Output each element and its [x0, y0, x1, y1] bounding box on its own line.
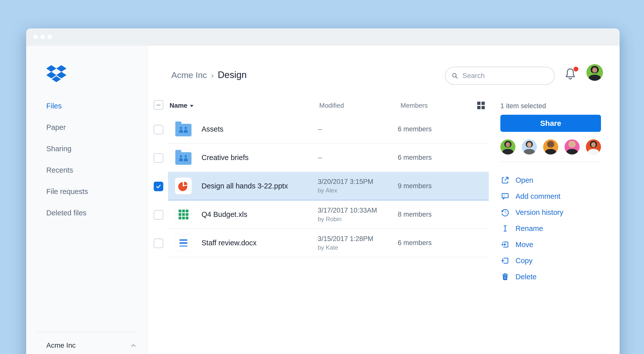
ibeam-icon	[500, 224, 510, 233]
table-row: Staff review.docx 3/15/2017 1:28PMby Kat…	[154, 229, 489, 257]
panel-divider	[500, 162, 601, 162]
search-icon	[452, 72, 458, 79]
member-avatar[interactable]	[500, 139, 515, 154]
team-name: Acme Inc	[46, 341, 76, 349]
open-external-icon	[500, 175, 510, 185]
breadcrumb-separator: ›	[211, 71, 214, 80]
team-selector[interactable]: Acme Inc	[46, 341, 136, 349]
file-name: Creative briefs	[202, 153, 318, 162]
presentation-pie-icon	[175, 178, 192, 194]
move-icon	[500, 240, 510, 249]
caret-down-icon	[190, 105, 193, 107]
file-members: 6 members	[398, 239, 489, 247]
selection-status: 1 item selected	[500, 102, 601, 110]
window-titlebar	[26, 28, 620, 46]
document-lines-icon	[175, 235, 192, 251]
column-header-members[interactable]: Members	[400, 102, 428, 109]
shared-folder-icon	[175, 149, 192, 166]
breadcrumb-parent[interactable]: Acme Inc	[171, 70, 207, 80]
action-add-comment[interactable]: Add comment	[500, 188, 601, 204]
file-name: Design all hands 3-22.pptx	[202, 182, 318, 190]
file-modified-by: by Kate	[318, 244, 398, 251]
selection-panel: 1 item selected Share	[500, 102, 601, 285]
file-modified-by: by Robin	[318, 216, 398, 223]
column-header-name[interactable]: Name	[170, 102, 193, 109]
sidebar: Files Paper Sharing Recents File request…	[26, 46, 148, 354]
app-window: Files Paper Sharing Recents File request…	[26, 28, 620, 354]
sidebar-item-file-requests[interactable]: File requests	[26, 181, 148, 202]
page-title: Design	[218, 70, 247, 80]
file-members: 6 members	[398, 154, 489, 162]
action-open[interactable]: Open	[500, 172, 601, 188]
member-avatar[interactable]	[586, 139, 601, 154]
file-name: Assets	[202, 125, 318, 133]
avatar-torso	[589, 75, 601, 81]
sidebar-item-paper[interactable]: Paper	[26, 117, 148, 138]
main-content: Acme Inc › Design	[148, 46, 620, 354]
window-control-dot[interactable]	[41, 35, 45, 39]
file-members: 6 members	[398, 125, 489, 133]
window-control-dot[interactable]	[33, 35, 38, 39]
sidebar-nav: Files Paper Sharing Recents File request…	[26, 95, 148, 224]
sidebar-item-deleted-files[interactable]: Deleted files	[26, 202, 148, 224]
file-name: Staff review.docx	[202, 239, 318, 247]
notifications-button[interactable]	[564, 67, 579, 82]
file-name: Q4 Budget.xls	[202, 210, 318, 219]
desktop-background: Files Paper Sharing Recents File request…	[0, 0, 644, 354]
file-modified: --	[318, 125, 398, 133]
action-rename[interactable]: Rename	[500, 220, 601, 237]
file-table: Name Modified Members	[154, 100, 489, 257]
file-modified-by: by Alex	[318, 187, 398, 194]
member-avatar[interactable]	[543, 139, 558, 154]
trash-icon	[500, 272, 510, 282]
member-avatar[interactable]	[565, 139, 580, 154]
file-members: 8 members	[398, 211, 489, 218]
file-modified: 3/17/2017 10:33AM	[318, 207, 398, 214]
row-checkbox[interactable]	[154, 125, 163, 134]
copy-icon	[500, 256, 510, 265]
file-modified: 3/15/2017 1:28PM	[318, 235, 398, 243]
breadcrumb: Acme Inc › Design	[171, 70, 247, 80]
table-header: Name Modified Members	[154, 100, 489, 115]
share-button[interactable]: Share	[500, 115, 601, 132]
file-modified: --	[318, 154, 398, 162]
action-version-history[interactable]: Version history	[500, 204, 601, 220]
row-checkbox[interactable]	[154, 210, 163, 220]
history-icon	[500, 208, 510, 217]
sidebar-item-files[interactable]: Files	[26, 95, 148, 117]
avatar-face	[592, 67, 597, 73]
dropbox-logo-icon[interactable]	[46, 65, 66, 83]
column-header-modified[interactable]: Modified	[319, 102, 344, 109]
file-actions: Open Add comment	[500, 172, 601, 285]
sidebar-item-sharing[interactable]: Sharing	[26, 138, 148, 160]
table-row-selected: Design all hands 3-22.pptx 3/20/2017 3:1…	[154, 172, 489, 201]
sidebar-item-recents[interactable]: Recents	[26, 160, 148, 181]
member-avatars	[500, 139, 601, 154]
window-control-dot[interactable]	[48, 35, 52, 39]
action-move[interactable]: Move	[500, 237, 601, 253]
row-checkbox[interactable]	[154, 153, 163, 163]
spreadsheet-grid-icon	[175, 206, 192, 223]
table-row: Assets -- 6 members	[154, 115, 489, 144]
user-avatar[interactable]	[586, 64, 603, 81]
search-box[interactable]	[445, 67, 555, 85]
sidebar-divider	[38, 332, 136, 332]
shared-folder-icon	[175, 121, 192, 138]
action-copy[interactable]: Copy	[500, 253, 601, 269]
row-checkbox-checked[interactable]	[154, 182, 163, 191]
file-members: 9 members	[398, 182, 489, 190]
row-checkbox[interactable]	[154, 239, 163, 248]
comment-icon	[500, 191, 510, 201]
grid-view-icon[interactable]	[477, 102, 485, 109]
search-input[interactable]	[462, 71, 538, 80]
table-row: Creative briefs -- 6 members	[154, 144, 489, 172]
table-row: Q4 Budget.xls 3/17/2017 10:33AMby Robin …	[154, 201, 489, 229]
chevron-up-icon	[131, 344, 136, 347]
action-delete[interactable]: Delete	[500, 269, 601, 285]
select-all-checkbox[interactable]	[154, 100, 163, 110]
member-avatar[interactable]	[522, 139, 537, 154]
file-modified: 3/20/2017 3:15PM	[318, 178, 398, 186]
notification-badge	[574, 67, 578, 71]
